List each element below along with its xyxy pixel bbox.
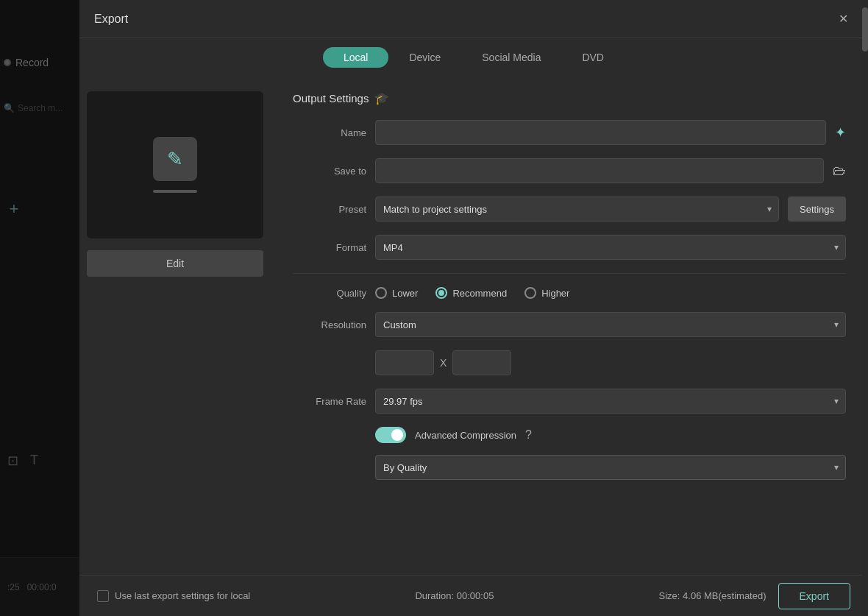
quality-row: Quality Lower Recommend High bbox=[293, 287, 846, 299]
preset-select[interactable]: Match to project settings bbox=[375, 197, 779, 222]
frame-rate-row: Frame Rate 29.97 fps ▾ bbox=[293, 389, 846, 414]
divider-1 bbox=[293, 273, 846, 274]
left-panel: ✎ Edit bbox=[79, 77, 271, 575]
quality-higher-option[interactable]: Higher bbox=[524, 287, 569, 299]
size-label: Size: 4.06 MB(estimated) bbox=[659, 590, 766, 601]
help-icon[interactable]: ? bbox=[525, 428, 532, 442]
name-row: Name ✦ bbox=[293, 120, 846, 145]
format-select-wrap: MP4 ▾ bbox=[375, 235, 846, 260]
close-button[interactable]: ✕ bbox=[833, 9, 853, 29]
format-row: Format MP4 ▾ bbox=[293, 235, 846, 260]
by-quality-row: By Quality ▾ bbox=[293, 455, 846, 480]
quality-recommend-label: Recommend bbox=[452, 288, 507, 299]
resolution-width-input[interactable] bbox=[375, 350, 434, 375]
quality-options: Lower Recommend Higher bbox=[375, 287, 846, 299]
modal-content: ✎ Edit Output Settings 🎓 Name ✦ bbox=[79, 77, 868, 575]
name-label: Name bbox=[293, 127, 366, 138]
scrollbar-track bbox=[862, 77, 868, 575]
resolution-label: Resolution bbox=[293, 319, 366, 330]
resolution-size-inputs: X bbox=[375, 350, 511, 375]
advanced-compression-row: Advanced Compression ? bbox=[293, 427, 846, 443]
tab-local[interactable]: Local bbox=[323, 47, 388, 68]
checkbox-box[interactable] bbox=[97, 590, 109, 602]
modal-footer: Use last export settings for local Durat… bbox=[79, 575, 868, 616]
save-to-input[interactable] bbox=[375, 158, 824, 183]
quality-higher-label: Higher bbox=[541, 288, 569, 299]
toggle-track[interactable] bbox=[375, 427, 406, 443]
output-settings-icon: 🎓 bbox=[374, 91, 389, 105]
frame-rate-select-wrap: 29.97 fps ▾ bbox=[375, 389, 846, 414]
advanced-compression-toggle[interactable] bbox=[375, 427, 406, 443]
pencil-icon: ✎ bbox=[167, 148, 183, 171]
tab-bar: Local Device Social Media DVD bbox=[79, 38, 868, 77]
by-quality-select[interactable]: By Quality bbox=[375, 455, 846, 480]
frame-rate-label: Frame Rate bbox=[293, 396, 366, 407]
modal-titlebar: Export ✕ bbox=[79, 0, 868, 38]
quality-lower-label: Lower bbox=[392, 288, 418, 299]
format-label: Format bbox=[293, 242, 366, 253]
right-panel: Output Settings 🎓 Name ✦ Save to 🗁 Prese… bbox=[271, 77, 868, 575]
output-settings-label: Output Settings bbox=[293, 92, 369, 105]
export-button[interactable]: Export bbox=[778, 583, 850, 609]
quality-recommend-radio[interactable] bbox=[435, 287, 447, 299]
resolution-inputs-row: X bbox=[293, 350, 846, 375]
preview-line bbox=[153, 190, 197, 193]
edit-button[interactable]: Edit bbox=[87, 250, 263, 277]
preset-label: Preset bbox=[293, 204, 366, 215]
tab-device[interactable]: Device bbox=[388, 47, 461, 68]
section-title: Output Settings 🎓 bbox=[293, 91, 846, 105]
settings-button[interactable]: Settings bbox=[788, 197, 846, 222]
modal-title: Export bbox=[94, 13, 128, 26]
frame-rate-select[interactable]: 29.97 fps bbox=[375, 389, 846, 414]
resolution-select[interactable]: Custom bbox=[375, 312, 846, 337]
by-quality-select-wrap: By Quality ▾ bbox=[375, 455, 846, 480]
quality-lower-option[interactable]: Lower bbox=[375, 287, 418, 299]
toggle-thumb bbox=[391, 429, 403, 441]
checkbox-label: Use last export settings for local bbox=[115, 590, 250, 601]
preview-icon: ✎ bbox=[153, 137, 197, 181]
footer-right: Size: 4.06 MB(estimated) Export bbox=[659, 583, 850, 609]
format-select[interactable]: MP4 bbox=[375, 235, 846, 260]
export-modal: Export ✕ Local Device Social Media DVD ✎ bbox=[79, 0, 868, 616]
quality-recommend-option[interactable]: Recommend bbox=[435, 287, 507, 299]
res-x-label: X bbox=[440, 357, 447, 369]
advanced-compression-label: Advanced Compression bbox=[415, 430, 516, 441]
save-to-row: Save to 🗁 bbox=[293, 158, 846, 183]
preset-row: Preset Match to project settings ▾ Setti… bbox=[293, 197, 846, 222]
footer-duration: Duration: 00:00:05 bbox=[415, 590, 494, 601]
footer-left: Use last export settings for local bbox=[97, 590, 250, 602]
tab-dvd[interactable]: DVD bbox=[561, 47, 625, 68]
preview-thumbnail: ✎ bbox=[87, 91, 263, 238]
resolution-select-wrap: Custom ▾ bbox=[375, 312, 846, 337]
preset-select-wrap: Match to project settings ▾ bbox=[375, 197, 779, 222]
resolution-height-input[interactable] bbox=[452, 350, 511, 375]
name-input[interactable] bbox=[375, 120, 826, 145]
resolution-row: Resolution Custom ▾ bbox=[293, 312, 846, 337]
ai-icon[interactable]: ✦ bbox=[835, 124, 846, 141]
quality-higher-radio[interactable] bbox=[524, 287, 536, 299]
quality-lower-radio[interactable] bbox=[375, 287, 387, 299]
close-icon: ✕ bbox=[839, 12, 848, 26]
save-to-label: Save to bbox=[293, 166, 366, 177]
quality-label: Quality bbox=[293, 288, 366, 299]
use-last-settings-checkbox[interactable]: Use last export settings for local bbox=[97, 590, 250, 602]
folder-icon[interactable]: 🗁 bbox=[833, 163, 846, 179]
tab-social-media[interactable]: Social Media bbox=[461, 47, 561, 68]
